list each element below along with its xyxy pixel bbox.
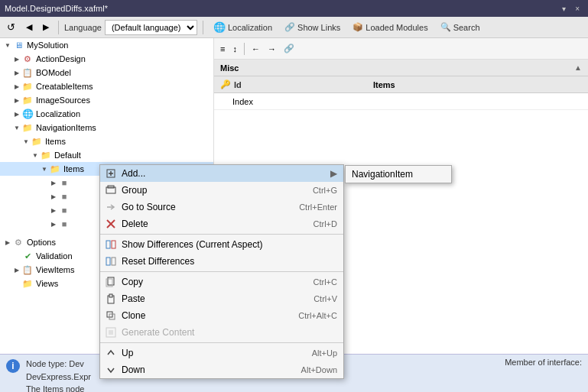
- forward-button[interactable]: ▶: [39, 20, 53, 34]
- tree-label-views: Views: [36, 279, 58, 288]
- tree-node-creatableitems[interactable]: ▶ 📁 CreatableItems: [0, 79, 213, 93]
- panel-toolbar: ≡ ↕ ← → 🔗: [214, 38, 588, 60]
- ctx-item-clone[interactable]: Clone Ctrl+Alt+C: [100, 307, 343, 324]
- arrow-bomodel: ▶: [12, 70, 21, 76]
- title-bar: Model.DesignedDiffs.xafml* ▾ ×: [0, 0, 588, 17]
- down-icon: [105, 364, 117, 376]
- tree-label-mysolution: MySolution: [27, 40, 68, 50]
- tree-node-bomodel[interactable]: ▶ 📋 BOModel: [0, 66, 213, 79]
- tree-label-items-l4: Items: [63, 164, 84, 173]
- link-icon: 🔗: [284, 22, 295, 32]
- close-button[interactable]: ×: [571, 4, 583, 14]
- redo-btn[interactable]: →: [265, 42, 279, 56]
- items-l2-icon: 📁: [31, 135, 43, 147]
- tree-node-actiondesign[interactable]: ▶ ⚙ ActionDesign: [0, 52, 213, 66]
- loaded-modules-link[interactable]: 📦 Loaded Modules: [348, 21, 432, 34]
- clone-icon: [105, 309, 117, 322]
- arrow-localization: ▶: [12, 111, 21, 118]
- tree-label-creatableitems: CreatableItems: [36, 82, 93, 91]
- ctx-item-goto[interactable]: Go to Source Ctrl+Enter: [100, 199, 343, 215]
- sub4-icon: ■: [58, 218, 70, 230]
- title-bar-buttons: ▾ ×: [558, 4, 583, 14]
- arrow-viewitems: ▶: [12, 267, 21, 274]
- toolbar: ↺ ◀ ▶ Language (Default language) 🌐 Loca…: [0, 17, 588, 38]
- ctx-label-goto: Go to Source: [122, 202, 284, 212]
- ctx-sep2: [100, 271, 343, 272]
- ctx-label-delete: Delete: [122, 219, 298, 229]
- show-links-link[interactable]: 🔗 Show Links: [280, 21, 345, 34]
- context-menu: Add... ▶ NavigationItem Group Ctrl+G Go …: [99, 164, 344, 379]
- submenu-item-navigationitem[interactable]: NavigationItem: [346, 166, 451, 183]
- tree-label-default: Default: [54, 151, 81, 160]
- sub1-icon: ■: [58, 177, 70, 189]
- link-btn[interactable]: 🔗: [281, 41, 297, 56]
- status-member: Member of interface:: [505, 358, 582, 367]
- tree-node-navigationitems[interactable]: ▼ 📁 NavigationItems: [0, 121, 213, 134]
- grid-row-index[interactable]: Index: [214, 93, 588, 110]
- actiondesign-icon: ⚙: [21, 53, 34, 65]
- ctx-item-gencontent[interactable]: Generate Content: [100, 324, 343, 341]
- ctx-shortcut-paste: Ctrl+V: [313, 294, 337, 303]
- ctx-item-delete[interactable]: Delete Ctrl+D: [100, 215, 343, 232]
- module-icon: 📦: [352, 22, 363, 32]
- back-button[interactable]: ◀: [22, 20, 36, 34]
- tree-label-viewitems: ViewItems: [36, 265, 75, 274]
- refresh-button[interactable]: ↺: [3, 19, 19, 35]
- tree-label-navigationitems: NavigationItems: [36, 123, 96, 132]
- arrow-mysolution: ▼: [3, 42, 12, 49]
- ctx-sep1: [100, 234, 343, 235]
- up-icon: [105, 347, 117, 359]
- tree-node-localization[interactable]: ▶ 🌐 Localization: [0, 107, 213, 121]
- tree-node-items-l2[interactable]: ▼ 📁 Items: [0, 134, 213, 148]
- ctx-item-resetdiff[interactable]: Reset Differences: [100, 253, 343, 270]
- arrow-sub2: ▶: [49, 193, 58, 200]
- ctx-label-up: Up: [122, 348, 297, 358]
- ctx-arrow-add: ▶: [330, 168, 337, 179]
- info-icon: i: [6, 359, 20, 373]
- ctx-item-add[interactable]: Add... ▶ NavigationItem: [100, 165, 343, 182]
- ctx-shortcut-goto: Ctrl+Enter: [299, 202, 337, 212]
- sub2-icon: ■: [58, 190, 70, 202]
- sub3-icon: ■: [58, 204, 70, 216]
- arrow-items-l2: ▼: [21, 138, 31, 145]
- svg-rect-11: [112, 258, 115, 265]
- search-link[interactable]: 🔍 Search: [436, 21, 485, 34]
- ctx-item-copy[interactable]: Copy Ctrl+C: [100, 274, 343, 290]
- panel-sep: [244, 43, 245, 55]
- items-l4-icon: 📁: [49, 163, 61, 175]
- localization-link[interactable]: 🌐 Localization: [209, 20, 277, 34]
- show-links-label: Show Links: [297, 23, 340, 32]
- ctx-label-paste: Paste: [122, 293, 298, 304]
- ctx-item-down[interactable]: Down Alt+Down: [100, 361, 343, 378]
- arrow-default: ▼: [31, 152, 40, 159]
- pin-button[interactable]: ▾: [558, 4, 570, 14]
- arrow-imagesources: ▶: [12, 97, 21, 104]
- svg-rect-8: [106, 241, 110, 248]
- navigationitems-icon: 📁: [21, 121, 34, 134]
- ctx-item-paste[interactable]: Paste Ctrl+V: [100, 290, 343, 307]
- arrow-sub1: ▶: [49, 180, 58, 186]
- tree-label-options: Options: [27, 238, 56, 247]
- arrow-sub3: ▶: [49, 207, 58, 214]
- ctx-label-gencontent: Generate Content: [122, 327, 337, 338]
- tree-node-mysolution[interactable]: ▼ 🖥 MySolution: [0, 38, 213, 52]
- ctx-label-add: Add...: [122, 168, 330, 179]
- ctx-label-clone: Clone: [122, 310, 283, 321]
- sort-btn[interactable]: ↕: [229, 42, 240, 56]
- tree-label-imagesources: ImageSources: [36, 96, 90, 105]
- tree-node-default[interactable]: ▼ 📁 Default: [0, 148, 213, 162]
- undo-btn[interactable]: ←: [249, 42, 263, 56]
- copy-icon: [105, 276, 117, 288]
- status-node-type: Node type: Dev: [26, 358, 91, 371]
- tree-node-imagesources[interactable]: ▶ 📁 ImageSources: [0, 93, 213, 107]
- language-label: Language: [64, 23, 102, 32]
- ctx-item-up[interactable]: Up Alt+Up: [100, 345, 343, 361]
- ctx-item-group[interactable]: Group Ctrl+G: [100, 182, 343, 199]
- svg-rect-15: [109, 294, 112, 297]
- arrow-sub4: ▶: [49, 221, 58, 228]
- svg-rect-10: [106, 258, 110, 265]
- bomodel-icon: 📋: [21, 66, 34, 79]
- language-select[interactable]: (Default language): [105, 20, 197, 35]
- list-view-btn[interactable]: ≡: [217, 42, 228, 56]
- ctx-item-showdiff[interactable]: Show Differences (Current Aspect): [100, 236, 343, 253]
